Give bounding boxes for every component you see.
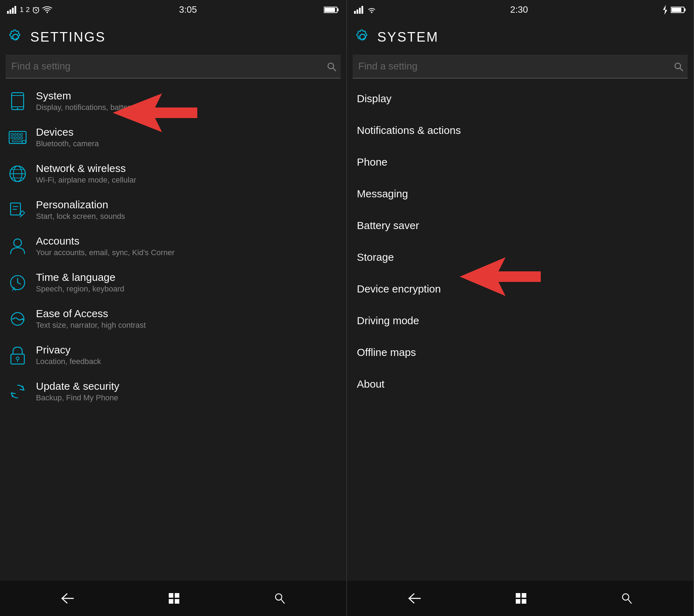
right-phone-screen: 2:30 SYSTEM — [347, 0, 694, 616]
menu-item-time[interactable]: A Time & language Speech, region, keyboa… — [0, 264, 346, 301]
menu-item-system[interactable]: System Display, notifications, battery — [0, 83, 346, 119]
search-button-nav-left[interactable] — [264, 589, 296, 608]
search-button-nav-right[interactable] — [611, 589, 643, 608]
search-bar-right[interactable] — [353, 55, 688, 79]
svg-rect-11 — [337, 8, 339, 11]
status-time-left: 3:05 — [179, 4, 197, 15]
svg-rect-27 — [20, 137, 23, 138]
svg-rect-21 — [14, 134, 16, 135]
svg-marker-63 — [663, 5, 667, 15]
system-text: System Display, notifications, battery — [36, 90, 134, 112]
header-left: SETTINGS — [0, 19, 346, 55]
system-item-offline[interactable]: Offline maps — [347, 337, 693, 368]
svg-rect-26 — [17, 137, 19, 138]
menu-item-devices[interactable]: Devices Bluetooth, camera — [0, 119, 346, 155]
time-icon: A — [7, 272, 28, 293]
svg-rect-72 — [522, 593, 526, 598]
system-item-phone[interactable]: Phone — [347, 146, 693, 178]
svg-line-7 — [33, 7, 34, 8]
status-bar-right: 2:30 — [347, 0, 693, 19]
accounts-text: Accounts Your accounts, email, sync, Kid… — [36, 235, 174, 257]
home-button-left[interactable] — [157, 589, 191, 608]
svg-rect-66 — [671, 8, 681, 12]
svg-line-8 — [38, 7, 39, 8]
system-item-encryption[interactable]: Device encryption — [347, 273, 693, 305]
personalization-title: Personalization — [36, 199, 125, 211]
status-time-right: 2:30 — [510, 4, 528, 15]
search-button-left[interactable] — [327, 62, 336, 72]
phone-icon — [10, 92, 25, 110]
offline-title: Offline maps — [357, 346, 416, 358]
menu-item-accounts[interactable]: Accounts Your accounts, email, sync, Kid… — [0, 228, 346, 264]
windows-icon-left — [168, 592, 180, 604]
svg-rect-73 — [516, 599, 520, 604]
system-subtitle: Display, notifications, battery — [36, 103, 134, 112]
system-item-display[interactable]: Display — [347, 83, 693, 115]
svg-rect-1 — [10, 10, 11, 14]
svg-point-62 — [371, 12, 372, 13]
svg-rect-24 — [11, 137, 13, 138]
svg-rect-20 — [11, 134, 13, 135]
system-title: System — [36, 90, 134, 102]
update-title: Update & security — [36, 380, 119, 392]
status-bar-left: 1 2 3:05 — [0, 0, 346, 19]
personalization-text: Personalization Start, lock screen, soun… — [36, 199, 125, 221]
system-item-messaging[interactable]: Messaging — [347, 178, 693, 210]
gear-svg — [7, 29, 24, 45]
accounts-subtitle: Your accounts, email, sync, Kid's Corner — [36, 248, 174, 257]
ease-of-access-icon — [8, 310, 27, 328]
back-button-left[interactable] — [51, 590, 85, 607]
system-item-driving[interactable]: Driving mode — [347, 305, 693, 337]
privacy-icon — [7, 345, 28, 366]
system-item-storage[interactable]: Storage — [347, 241, 693, 273]
svg-rect-53 — [175, 593, 179, 598]
privacy-subtitle: Location, feedback — [36, 357, 101, 366]
svg-rect-47 — [11, 354, 24, 364]
back-button-right[interactable] — [398, 590, 432, 607]
svg-line-42 — [18, 283, 20, 284]
keyboard-icon — [8, 130, 27, 145]
svg-line-14 — [333, 68, 336, 71]
search-input-left[interactable] — [6, 55, 341, 79]
network-subtitle: Wi-Fi, airplane mode, cellular — [36, 175, 136, 185]
svg-line-57 — [281, 599, 284, 603]
globe-icon — [8, 165, 27, 183]
devices-text: Devices Bluetooth, camera — [36, 126, 99, 148]
menu-item-network[interactable]: Network & wireless Wi-Fi, airplane mode,… — [0, 155, 346, 192]
svg-rect-28 — [12, 140, 22, 142]
system-icon — [7, 91, 28, 112]
left-phone-screen: 1 2 3:05 — [0, 0, 347, 616]
network-title: Network & wireless — [36, 162, 136, 174]
battery-icon-left — [324, 6, 339, 14]
system-item-battery[interactable]: Battery saver — [347, 210, 693, 241]
search-bar-left[interactable] — [6, 55, 341, 79]
svg-rect-52 — [169, 593, 173, 598]
time-text: Time & language Speech, region, keyboard — [36, 271, 124, 294]
menu-item-privacy[interactable]: Privacy Location, feedback — [0, 337, 346, 373]
devices-title: Devices — [36, 126, 99, 138]
svg-rect-12 — [324, 8, 335, 12]
home-button-right[interactable] — [504, 589, 538, 608]
lock-icon — [10, 346, 26, 365]
signal-icon — [7, 6, 18, 14]
system-item-notifications[interactable]: Notifications & actions — [347, 115, 693, 146]
time-title: Time & language — [36, 271, 124, 283]
menu-item-personalization[interactable]: Personalization Start, lock screen, soun… — [0, 192, 346, 228]
wifi-icon-left — [42, 6, 52, 14]
menu-item-update[interactable]: Update & security Backup, Find My Phone — [0, 373, 346, 409]
update-text: Update & security Backup, Find My Phone — [36, 380, 119, 402]
search-input-right[interactable] — [353, 55, 688, 79]
back-icon-left — [61, 593, 74, 604]
devices-subtitle: Bluetooth, camera — [36, 139, 99, 148]
svg-point-9 — [47, 12, 48, 13]
svg-rect-58 — [354, 11, 356, 14]
nav-bar-left — [0, 581, 346, 616]
ease-subtitle: Text size, narrator, high contrast — [36, 321, 146, 330]
menu-item-ease[interactable]: Ease of Access Text size, narrator, high… — [0, 301, 346, 337]
svg-line-38 — [20, 216, 22, 217]
search-nav-icon-right — [621, 593, 632, 604]
search-button-right[interactable] — [674, 62, 683, 72]
search-icon-left — [327, 62, 336, 72]
system-item-about[interactable]: About — [347, 368, 693, 400]
settings-gear-icon — [7, 29, 24, 45]
